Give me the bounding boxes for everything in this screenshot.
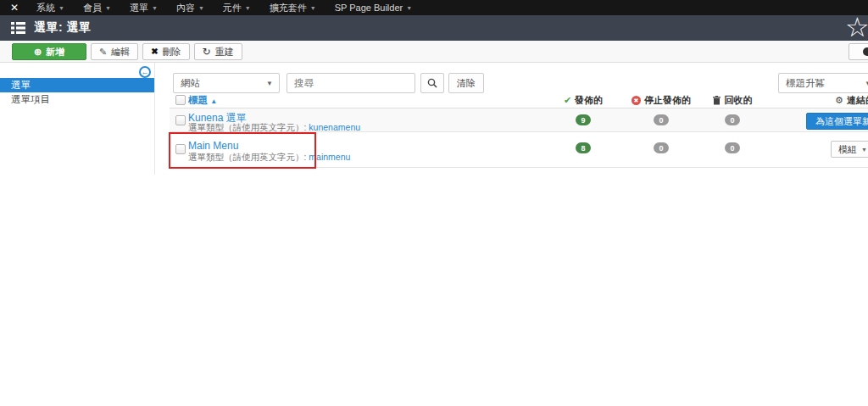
trashed-count-badge: 0 (725, 142, 740, 153)
help-circle-icon (863, 47, 868, 56)
topbar-menu-label: 擴充套件 (270, 2, 307, 14)
delete-button-label: 刪除 (163, 46, 181, 58)
table-row: Kunena 選單 選單類型（請使用英文字元）: kunenamenu 9 0 … (170, 108, 868, 132)
menus-table: 標題 ▲ ✔ 發佈的 ✖ 停止發佈的 回收的 ⚙ 連結的模 (170, 94, 868, 168)
menu-type-label: 選單類型（請使用英文字元）: (188, 152, 306, 162)
modules-dropdown-label: 模組 (838, 143, 857, 156)
linked-modules-header: ⚙ 連結的模組 (835, 94, 868, 107)
published-count-badge: 8 (576, 142, 591, 153)
sort-order-value: 標題升冪 (779, 77, 859, 90)
sort-by-title-header[interactable]: 標題 ▲ (188, 94, 217, 107)
edit-button-label: 編輯 (111, 46, 130, 58)
menu-type-link[interactable]: kunenamenu (309, 122, 360, 132)
table-row: Main Menu 選單類型（請使用英文字元）: mainmenu 8 0 0 … (170, 132, 868, 168)
cancel-circle-icon: ✖ (632, 96, 641, 105)
topbar-menu-sppagebuilder[interactable]: SP Page Builder ▼ (326, 0, 421, 15)
topbar-menu-label: 會員 (83, 2, 102, 14)
chevron-down-icon: ▼ (310, 5, 316, 11)
menu-type-text: 選單類型（請使用英文字元）: mainmenu (188, 152, 350, 164)
topbar-menu-label: 選單 (130, 2, 148, 14)
published-count-badge: 9 (576, 114, 591, 125)
new-button-label: 新增 (46, 46, 64, 58)
chevron-down-icon: ▼ (245, 5, 251, 11)
site-filter-select[interactable]: 網站 ▼ (173, 73, 280, 93)
chevron-down-icon: ▼ (861, 147, 867, 153)
trash-icon (713, 96, 721, 105)
page-header: 選單: 選單 (0, 15, 868, 41)
row-checkbox[interactable] (175, 115, 186, 125)
check-icon: ✔ (564, 96, 571, 105)
sidebar-divider (154, 63, 155, 175)
new-button[interactable]: ⊕ 新增 (12, 43, 86, 60)
topbar-menu-system[interactable]: 系統 ▼ (27, 0, 74, 15)
published-header: ✔ 發佈的 (564, 94, 603, 107)
topbar-menu-label: 系統 (36, 2, 55, 14)
chevron-down-icon: ▼ (260, 80, 279, 87)
pencil-icon: ✎ (99, 47, 107, 57)
clear-button[interactable]: 清除 (448, 73, 484, 93)
topbar-menu-label: 內容 (176, 2, 195, 14)
chevron-down-icon: ▼ (198, 5, 204, 11)
favorite-star-icon[interactable]: ☆ (845, 14, 868, 41)
menu-type-label: 選單類型（請使用英文字元）: (188, 122, 306, 132)
joomla-logo-icon: ✕ (10, 0, 19, 15)
topbar-menu-menus[interactable]: 選單 ▼ (120, 0, 167, 15)
x-icon: ✖ (151, 47, 158, 56)
search-button[interactable] (420, 73, 444, 93)
trashed-count-badge: 0 (725, 114, 740, 125)
published-header-label: 發佈的 (575, 94, 603, 107)
admin-page: ✕ 系統 ▼ 會員 ▼ 選單 ▼ 內容 ▼ 元件 ▼ 擴充套件 ▼ SP Pag… (0, 0, 868, 406)
help-button[interactable] (849, 43, 868, 60)
topbar-menu-label: 元件 (223, 2, 242, 14)
row-checkbox[interactable] (175, 144, 186, 154)
sort-order-select[interactable]: 標題升冪 ▼ (778, 73, 868, 93)
unpublished-header-label: 停止發佈的 (644, 94, 691, 107)
chevron-down-icon: ▼ (406, 5, 412, 11)
redo-arrow-icon: ↻ (203, 47, 211, 57)
sidebar-item-menus[interactable]: 選單 (0, 78, 154, 92)
plus-circle-icon: ⊕ (34, 47, 42, 57)
select-all-checkbox[interactable] (175, 95, 186, 105)
sidebar-item-menu-items[interactable]: 選單項目 (0, 92, 154, 107)
add-module-button[interactable]: 為這個選單新增一個模組 (806, 113, 868, 130)
title-header-label: 標題 (188, 95, 208, 105)
chevron-down-icon: ▼ (152, 5, 158, 11)
page-title: 選單: 選單 (34, 20, 92, 36)
linked-modules-header-label: 連結的模組 (847, 94, 868, 107)
chevron-down-icon: ▼ (859, 80, 868, 87)
site-filter-value: 網站 (174, 77, 260, 90)
gear-icon: ⚙ (835, 96, 843, 105)
toolbar: ⊕ 新增 ✎ 編輯 ✖ 刪除 ↻ 重建 (0, 41, 868, 63)
unpublished-count-badge: 0 (654, 142, 669, 153)
search-icon (427, 78, 437, 88)
sort-ascending-icon: ▲ (210, 97, 217, 105)
trashed-header-label: 回收的 (725, 94, 753, 107)
menu-title-link[interactable]: Main Menu (188, 140, 238, 152)
topbar-menu-users[interactable]: 會員 ▼ (74, 0, 120, 15)
rebuild-button-label: 重建 (215, 46, 234, 58)
topbar-menu-extensions[interactable]: 擴充套件 ▼ (260, 0, 326, 15)
topbar-menu-label: SP Page Builder (335, 3, 403, 13)
rebuild-button[interactable]: ↻ 重建 (194, 43, 242, 60)
edit-button[interactable]: ✎ 編輯 (91, 43, 138, 60)
chevron-down-icon: ▼ (58, 5, 64, 11)
search-input[interactable] (287, 73, 415, 93)
table-header-row: 標題 ▲ ✔ 發佈的 ✖ 停止發佈的 回收的 ⚙ 連結的模 (170, 94, 868, 108)
chevron-down-icon: ▼ (105, 5, 111, 11)
sidebar: 選單 選單項目 (0, 78, 154, 107)
topbar-menu-components[interactable]: 元件 ▼ (214, 0, 260, 15)
topbar-menu-content[interactable]: 內容 ▼ (167, 0, 214, 15)
trashed-header: 回收的 (713, 94, 753, 107)
unpublished-count-badge: 0 (654, 114, 669, 125)
menu-type-link[interactable]: mainmenu (309, 152, 350, 162)
modules-dropdown-button[interactable]: 模組 ▼ (831, 141, 868, 158)
unpublished-header: ✖ 停止發佈的 (632, 94, 691, 107)
menu-list-icon (11, 22, 25, 34)
delete-button[interactable]: ✖ 刪除 (142, 43, 189, 60)
sidebar-collapse-icon[interactable]: ← (139, 66, 151, 78)
admin-topbar: ✕ 系統 ▼ 會員 ▼ 選單 ▼ 內容 ▼ 元件 ▼ 擴充套件 ▼ SP Pag… (0, 0, 868, 15)
